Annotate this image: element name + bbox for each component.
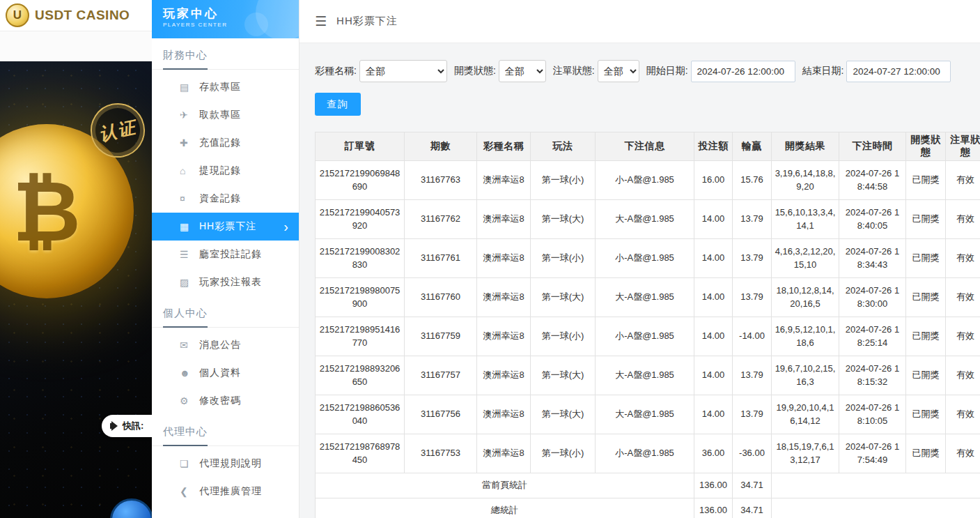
search-button[interactable]: 查詢 [315,93,361,116]
table-cell: 已開獎 [906,161,946,200]
table-row: 215217219895141677031167759澳洲幸运8第一球(小)小-… [316,317,980,356]
room-bet-record-icon: ☰ [180,249,199,260]
news-ticker[interactable]: 快訊: [102,415,152,437]
table-cell: 15.76 [733,161,772,200]
sidebar-item-recharge-record[interactable]: ✚充值記錄 [152,129,299,157]
table-cell: 2024-07-26 18:30:00 [839,278,906,317]
table-cell: 第一球(大) [531,278,596,317]
sidebar-item-label: HH彩票下注 [199,220,256,233]
table-cell: 已開獎 [906,278,946,317]
lottery-name-label: 彩種名稱: [315,65,357,77]
sidebar-item-label: 玩家投注報表 [199,276,262,289]
table-cell: 已開獎 [906,239,946,278]
table-cell: 2024-07-26 18:40:05 [839,200,906,239]
sidebar-item-withdraw[interactable]: ✈取款專區 [152,101,299,129]
table-cell: 有效 [946,356,980,395]
sidebar-item-label: 個人資料 [199,367,241,379]
sidebar-menu: 財務中心▤存款專區✈取款專區✚充值記錄⌂提現記錄¤資金記錄▦HH彩票下注›☰廳室… [152,38,299,518]
lottery-name-select[interactable]: 全部 [359,60,447,82]
table-cell: 有效 [946,161,980,200]
table-cell: 31167763 [405,161,477,200]
table-cell: 澳洲幸运8 [477,395,531,434]
table-cell: 15,6,10,13,3,4,14,1 [772,200,839,239]
table-cell: 第一球(大) [531,395,596,434]
table-cell: 第一球(小) [531,239,596,278]
draw-status-select[interactable]: 全部 [499,60,546,82]
funds-record-icon: ¤ [180,193,199,204]
table-cell: 小-A盤@1.985 [596,434,694,473]
sidebar-item-change-password[interactable]: ⚙修改密碼 [152,387,299,415]
start-date-label: 開始日期: [646,65,688,77]
table-cell: 澳洲幸运8 [477,434,531,473]
table-header-row: 訂單號期數彩種名稱玩法下注信息投注額輸贏開獎結果下注時間開獎狀態注單狀態 [316,132,980,161]
customer-service-float-button[interactable] [110,498,152,518]
sidebar-item-announcements[interactable]: ✉消息公告 [152,331,299,359]
hamburger-menu-icon[interactable]: ☰ [315,13,327,29]
column-header: 訂單號 [316,132,405,161]
order-status-select[interactable]: 全部 [598,60,639,82]
sidebar: 玩家中心 PLAYERS CENTER 財務中心▤存款專區✈取款專區✚充值記錄⌂… [152,0,300,518]
table-cell: 澳洲幸运8 [477,161,531,200]
column-header: 彩種名稱 [477,132,531,161]
column-header: 開獎結果 [772,132,839,161]
table-cell: 13.79 [733,239,772,278]
sidebar-item-profile[interactable]: ☻個人資料 [152,359,299,387]
table-cell: 18,10,12,8,14,20,16,5 [772,278,839,317]
summary-empty-cell [772,473,980,498]
table-cell: 澳洲幸运8 [477,356,531,395]
table-cell: 14.00 [694,200,733,239]
sidebar-item-label: 代理規則說明 [199,457,262,470]
summary-row: 當前頁統計136.0034.71 [316,473,980,498]
news-label: 快訊: [123,420,143,432]
sidebar-header: 玩家中心 PLAYERS CENTER [152,0,299,38]
table-cell: 16.00 [694,161,733,200]
table-row: 215217219906984869031167763澳洲幸运8第一球(小)小-… [316,161,980,200]
table-cell: 2152172199069848690 [316,161,405,200]
sidebar-item-cashout-record[interactable]: ⌂提現記錄 [152,157,299,185]
gear-icon: ⚙ [180,395,199,406]
start-date-input[interactable] [691,61,795,82]
table-cell: 2152172198893206650 [316,356,405,395]
table-cell: 31167753 [405,434,477,473]
sidebar-item-deposit[interactable]: ▤存款專區 [152,73,299,101]
table-cell: 已開獎 [906,200,946,239]
speaker-icon [110,423,114,429]
sidebar-item-label: 廳室投註記錄 [199,248,262,261]
sidebar-item-player-bet-report[interactable]: ▨玩家投注報表 [152,268,299,296]
sidebar-item-label: 資金記錄 [199,192,241,205]
sidebar-item-funds-record[interactable]: ¤資金記錄 [152,185,299,213]
sidebar-item-room-bet-record[interactable]: ☰廳室投註記錄 [152,241,299,268]
table-cell: 19,6,7,10,2,15,16,3 [772,356,839,395]
table-cell: 有效 [946,200,980,239]
table-cell: 13.79 [733,356,772,395]
table-cell: 已開獎 [906,317,946,356]
sidebar-item-label: 存款專區 [199,81,241,93]
site-nav-strip [0,31,152,61]
table-cell: 2024-07-26 17:54:49 [839,434,906,473]
topbar: ☰ HH彩票下注 [300,0,980,43]
table-cell: 第一球(小) [531,161,596,200]
table-cell: -14.00 [733,317,772,356]
table-cell: 已開獎 [906,395,946,434]
column-header: 注單狀態 [946,132,980,161]
table-cell: 已開獎 [906,356,946,395]
sidebar-item-label: 提現記錄 [199,165,241,177]
table-cell: 第一球(大) [531,356,596,395]
table-cell: 大-A盤@1.985 [596,278,694,317]
order-status-label: 注單狀態: [553,65,595,77]
withdraw-icon: ✈ [180,109,199,121]
sidebar-item-agent-promotion[interactable]: ❮代理推廣管理 [152,478,299,505]
end-date-input[interactable] [846,61,951,82]
table-row: 215217219904057392031167762澳洲幸运8第一球(大)大-… [316,200,980,239]
recharge-record-icon: ✚ [180,137,199,148]
sidebar-item-hh-lottery-bet[interactable]: ▦HH彩票下注› [152,213,299,241]
table-cell: 13.79 [733,395,772,434]
bitcoin-hero-image: ₿ 认证 快訊: [0,61,152,518]
table-cell: 4,16,3,2,12,20,15,10 [772,239,839,278]
table-cell: 19,9,20,10,4,16,14,12 [772,395,839,434]
table-cell: 澳洲幸运8 [477,278,531,317]
sidebar-item-agent-rules[interactable]: ❏代理規則說明 [152,450,299,478]
table-cell: 2152172198980075900 [316,278,405,317]
column-header: 下注時間 [839,132,906,161]
table-cell: 有效 [946,434,980,473]
